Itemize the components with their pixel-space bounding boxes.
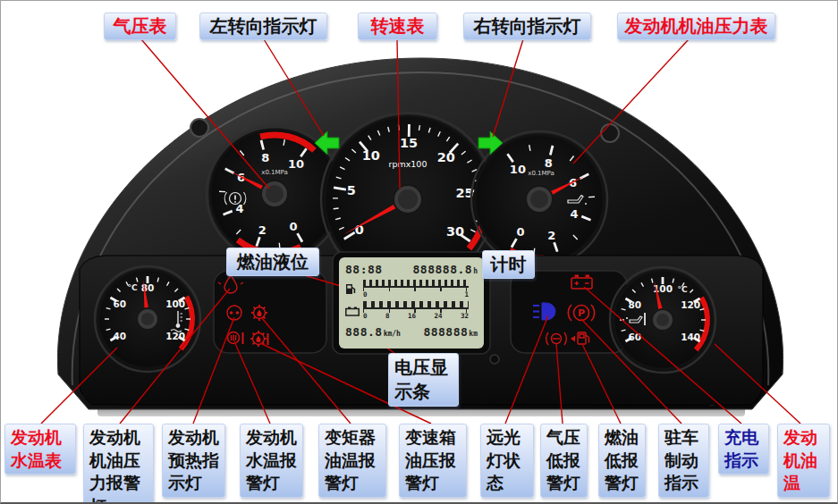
- callout-air-pressure-gauge: 气压表: [104, 13, 176, 40]
- fuel-scale-max: 1: [464, 291, 469, 298]
- svg-text:60: 60: [114, 298, 127, 309]
- svg-text:8: 8: [261, 151, 269, 164]
- svg-text:140: 140: [681, 332, 700, 342]
- lcd-odometer: 888888: [423, 325, 468, 339]
- svg-text:P: P: [578, 307, 585, 319]
- lcd-hour-unit: h: [473, 267, 478, 275]
- callout-charge-indicator: 充电指示: [718, 424, 769, 475]
- svg-text:80: 80: [629, 299, 642, 310]
- svg-text:10: 10: [510, 163, 526, 176]
- svg-text:120: 120: [681, 299, 700, 310]
- voltage-scale-tick: 32: [461, 313, 469, 320]
- lcd-fuel-bar: 0 1: [345, 280, 478, 298]
- callout-engine-oil-temp: 发动机油温: [777, 424, 830, 498]
- voltage-scale-tick: 8: [385, 313, 390, 320]
- svg-text:10: 10: [362, 148, 380, 163]
- screw-hole: [601, 124, 619, 142]
- svg-text:5: 5: [347, 183, 356, 197]
- battery-icon: [345, 301, 360, 320]
- fuel-icon: [345, 280, 360, 298]
- gauge-unit: °C: [677, 285, 688, 294]
- instrument-cluster-diagram: 0 2 4 6 8 10 x0.1MPa 0 5 10 15 20 25 30 …: [0, 0, 838, 504]
- svg-text:40: 40: [114, 331, 127, 341]
- svg-text:60: 60: [629, 332, 642, 342]
- callout-engine-water-temp-warning: 发动机水温报警灯: [240, 424, 303, 498]
- svg-text:20: 20: [437, 150, 455, 164]
- torque-converter-oil-temp-warning-icon: [251, 305, 267, 321]
- lcd-hour-meter: 888888.8: [413, 263, 473, 276]
- callout-torque-converter-oil-temp-warning: 变矩器油温报警灯: [318, 424, 386, 498]
- callout-clock: 计时: [482, 250, 535, 279]
- svg-text:0: 0: [516, 225, 524, 239]
- svg-text:2: 2: [258, 223, 267, 237]
- lcd-odometer-unit: km: [469, 330, 478, 338]
- fuel-scale-min: 0: [363, 291, 368, 298]
- callout-left-turn-indicator: 左转向指示灯: [199, 13, 327, 40]
- lcd-display: 88:88 888888.8h 0 1 0 8 16: [339, 257, 484, 349]
- svg-text:8: 8: [545, 156, 553, 170]
- svg-text:80: 80: [141, 282, 155, 293]
- callout-engine-water-temp-gauge: 发动机水温表: [4, 424, 76, 475]
- svg-text:2: 2: [547, 229, 555, 242]
- gauge-unit: °C: [127, 283, 138, 292]
- callout-high-beam-status: 远光灯状态: [480, 424, 534, 498]
- voltage-scale-tick: 0: [363, 313, 368, 320]
- gauge-unit: x0.1MPa: [261, 169, 288, 176]
- gauge-unit: rpmx100: [389, 159, 427, 169]
- voltage-bars: [363, 301, 469, 307]
- callout-air-pressure-low-warning: 气压低报警灯: [540, 424, 588, 498]
- lcd-voltage-bar: 0 8 16 24 32: [345, 301, 478, 320]
- svg-text:30: 30: [446, 224, 464, 239]
- gauge-unit: x0.1MPa: [528, 170, 554, 177]
- callout-engine-preheat-indicator: 发动机预热指示灯: [162, 424, 225, 498]
- lcd-speed: 888.8: [345, 325, 383, 339]
- engine-oil-temperature-gauge: 60 80 100 120 140 °C: [610, 267, 715, 373]
- callout-voltage-display-bar: 电压显示条: [388, 353, 459, 407]
- lcd-clock: 88:88: [345, 263, 383, 276]
- voltage-scale-tick: 24: [434, 313, 442, 320]
- callout-engine-oil-pressure-gauge: 发动机机油压力表: [617, 13, 775, 40]
- svg-text:0: 0: [289, 220, 297, 233]
- high-beam-icon: [533, 303, 555, 320]
- svg-text:120: 120: [165, 331, 185, 341]
- svg-text:4: 4: [570, 207, 578, 221]
- svg-text:100: 100: [165, 298, 185, 309]
- callout-fuel-level: 燃油液位: [226, 248, 319, 276]
- screw-hole: [190, 119, 208, 137]
- callout-gearbox-oil-pressure-warning: 变速箱油压报警灯: [399, 424, 467, 498]
- callout-right-turn-indicator: 右转向指示灯: [463, 13, 591, 40]
- lcd-speed-unit: km/h: [384, 330, 401, 338]
- voltage-scale-tick: 16: [408, 313, 416, 320]
- callout-engine-oil-pressure-warning: 发动机机油压力报警灯: [83, 424, 154, 504]
- water-temperature-gauge: 40 60 80 100 120 °C: [95, 266, 200, 372]
- reset-button: [490, 355, 499, 364]
- svg-text:10: 10: [288, 157, 304, 171]
- callout-parking-brake-indicator: 驻车制动指示: [658, 424, 709, 498]
- callout-tachometer: 转速表: [358, 13, 437, 40]
- callout-fuel-low-warning: 燃油低报警灯: [598, 424, 646, 498]
- fuel-level-bars: [363, 280, 469, 286]
- svg-text:15: 15: [400, 136, 418, 150]
